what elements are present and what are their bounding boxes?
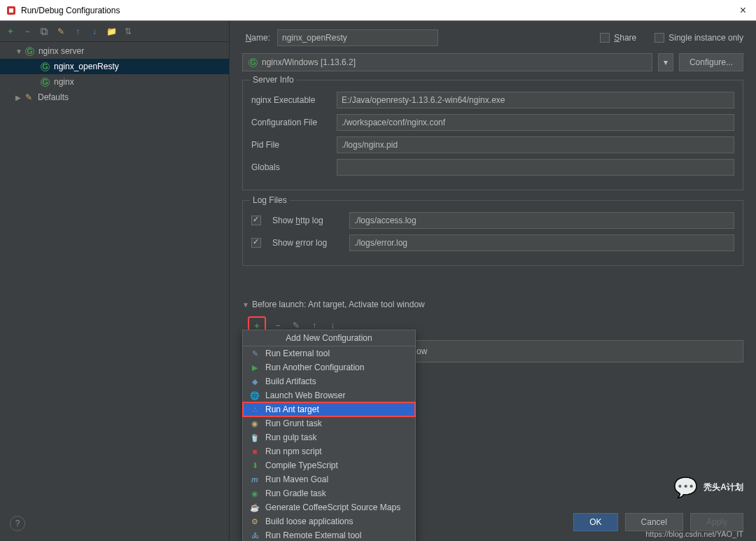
nginx-exe-input[interactable]	[337, 92, 734, 108]
wrench-icon: ✎	[24, 92, 34, 102]
http-log-checkbox[interactable]	[251, 216, 261, 225]
http-log-input[interactable]	[349, 212, 734, 229]
tree-node-defaults[interactable]: ▶ ✎ Defaults	[0, 90, 229, 105]
nginx-icon: G	[41, 62, 50, 71]
config-tree: ▼ G nginx server G nginx_openResty G ngi…	[0, 42, 229, 541]
watermark-logo: 💬 秃头A计划	[673, 476, 743, 499]
error-log-input[interactable]	[349, 234, 734, 251]
tree-item-label: nginx	[54, 77, 74, 87]
server-select-dropdown-icon[interactable]: ▾	[658, 53, 673, 71]
sort-icon[interactable]: ⇅	[122, 25, 134, 38]
tree-defaults-label: Defaults	[38, 92, 69, 102]
popup-header: Add New Configuration	[243, 330, 415, 346]
popup-item-remote-external[interactable]: 🖧Run Remote External tool	[243, 528, 415, 541]
play-icon: ▶	[250, 363, 260, 372]
ok-button[interactable]: OK	[573, 513, 617, 531]
window-title: Run/Debug Configurations	[21, 6, 736, 15]
gulp-icon: 🥤	[250, 433, 260, 442]
chevron-right-icon: ▶	[15, 94, 21, 101]
app-icon	[6, 5, 17, 16]
globe-icon: 🌐	[250, 391, 260, 400]
nginx-icon: G	[41, 78, 50, 87]
artifact-icon: ◆	[250, 377, 260, 386]
popup-item-maven[interactable]: mRun Maven Goal	[243, 472, 415, 486]
svg-rect-3	[42, 29, 47, 34]
error-log-label: Show error log	[272, 238, 342, 248]
dialog-buttons: OK Cancel Apply	[573, 513, 743, 531]
coffeescript-icon: ☕	[250, 503, 260, 512]
globals-input[interactable]	[337, 159, 734, 176]
before-launch-title: Before launch: Ant target, Activate tool…	[252, 300, 425, 309]
popup-item-web-browser[interactable]: 🌐Launch Web Browser	[243, 388, 415, 402]
single-instance-label: Single instance only	[668, 33, 743, 43]
conf-file-input[interactable]	[337, 114, 734, 131]
popup-item-ant-target[interactable]: ⛬Run Ant target	[243, 402, 415, 416]
popup-item-another-config[interactable]: ▶Run Another Configuration	[243, 360, 415, 374]
add-icon[interactable]: ＋	[4, 25, 17, 38]
http-log-label: Show http log	[272, 216, 342, 225]
wrench-icon: ✎	[250, 349, 260, 358]
up-icon[interactable]: ↑	[71, 25, 84, 38]
single-instance-checkbox[interactable]: Single instance only	[654, 33, 743, 43]
gradle-icon: ◉	[250, 489, 260, 498]
titlebar: Run/Debug Configurations ×	[0, 0, 756, 21]
down-icon[interactable]: ↓	[88, 25, 101, 38]
nginx-exe-label: nginx Executable	[251, 95, 330, 105]
popup-item-build-artifacts[interactable]: ◆Build Artifacts	[243, 374, 415, 388]
popup-item-grunt[interactable]: ◉Run Grunt task	[243, 416, 415, 430]
share-checkbox[interactable]: Share	[600, 33, 636, 43]
single-instance-checkbox-input[interactable]	[654, 33, 664, 43]
share-checkbox-input[interactable]	[600, 33, 610, 43]
svg-rect-2	[41, 28, 46, 33]
nginx-icon: G	[25, 47, 34, 56]
server-info-legend: Server Info	[250, 75, 297, 85]
before-launch-header[interactable]: ▼ Before launch: Ant target, Activate to…	[242, 297, 743, 312]
left-panel: ＋ − ✎ ↑ ↓ 📁 ⇅ ▼ G nginx server G nginx_o…	[0, 21, 230, 541]
popup-item-external-tool[interactable]: ✎Run External tool	[243, 346, 415, 360]
server-info-fieldset: Server Info nginx Executable Configurati…	[242, 80, 743, 190]
popup-item-coffeescript[interactable]: ☕Generate CoffeeScript Source Maps	[243, 500, 415, 514]
configure-button[interactable]: Configure...	[679, 53, 743, 71]
folder-icon[interactable]: 📁	[105, 25, 118, 38]
wechat-icon: 💬	[673, 476, 698, 499]
popup-item-loose-apps[interactable]: ⚙Build loose applications	[243, 514, 415, 528]
popup-item-gulp[interactable]: 🥤Run gulp task	[243, 430, 415, 444]
save-template-icon[interactable]: ✎	[55, 25, 67, 38]
copy-icon[interactable]	[38, 25, 50, 38]
tree-root-label: nginx server	[38, 46, 84, 56]
tree-node-root[interactable]: ▼ G nginx server	[0, 43, 229, 59]
help-button[interactable]: ?	[10, 516, 25, 531]
globals-label: Globals	[251, 162, 330, 172]
name-input[interactable]	[277, 29, 438, 46]
error-log-checkbox[interactable]	[251, 238, 261, 248]
apply-button[interactable]: Apply	[690, 513, 743, 531]
remove-icon[interactable]: −	[21, 25, 34, 38]
maven-icon: m	[250, 475, 260, 484]
pid-file-input[interactable]	[337, 136, 734, 153]
pid-file-label: Pid File	[251, 140, 330, 150]
server-select-value: nginx/Windows [1.13.6.2]	[262, 57, 356, 67]
server-select[interactable]: G nginx/Windows [1.13.6.2]	[242, 53, 652, 71]
svg-rect-1	[9, 8, 13, 13]
cancel-button[interactable]: Cancel	[625, 513, 683, 531]
share-label: Share	[614, 33, 636, 43]
typescript-icon: ⬇	[250, 461, 260, 470]
add-new-configuration-popup: Add New Configuration ✎Run External tool…	[242, 330, 416, 541]
close-icon[interactable]: ×	[736, 4, 750, 17]
chevron-down-icon: ▼	[242, 301, 249, 309]
popup-item-typescript[interactable]: ⬇Compile TypeScript	[243, 458, 415, 472]
popup-item-gradle[interactable]: ◉Run Gradle task	[243, 486, 415, 500]
popup-item-npm[interactable]: ■Run npm script	[243, 444, 415, 458]
remote-icon: 🖧	[250, 531, 260, 540]
tree-node-nginx[interactable]: G nginx	[0, 74, 229, 90]
nginx-icon: G	[248, 58, 258, 67]
tree-node-openresty[interactable]: G nginx_openResty	[0, 59, 229, 74]
chevron-down-icon: ▼	[15, 48, 22, 55]
conf-file-label: Configuration File	[251, 118, 330, 127]
watermark-url: https://blog.csdn.net/YAO_IT	[645, 530, 743, 538]
activate-text-partial: ow	[416, 346, 427, 356]
ant-icon: ⛬	[250, 405, 260, 414]
grunt-icon: ◉	[250, 419, 260, 428]
config-toolbar: ＋ − ✎ ↑ ↓ 📁 ⇅	[0, 21, 229, 42]
tree-item-label: nginx_openResty	[54, 62, 119, 71]
